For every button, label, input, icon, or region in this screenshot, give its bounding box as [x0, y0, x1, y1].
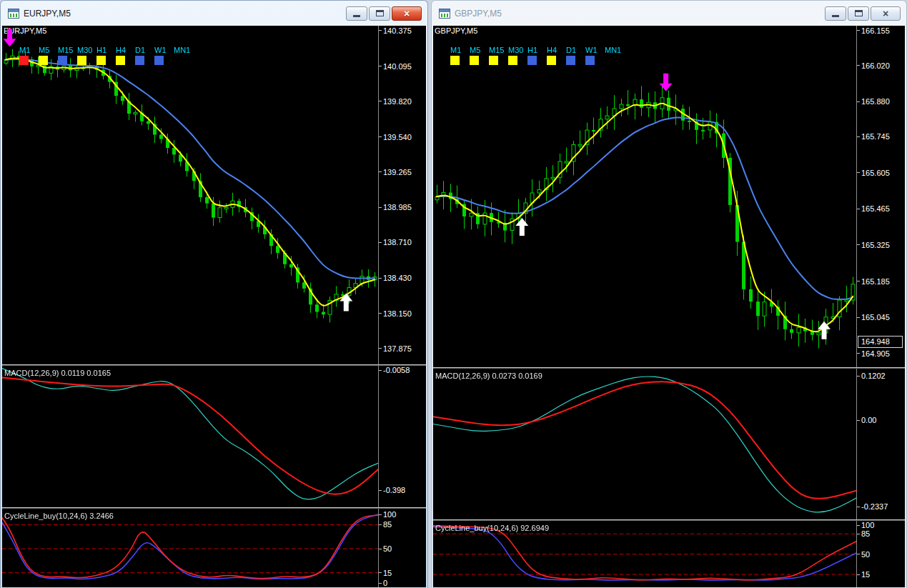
timeframe-status-square — [19, 56, 29, 65]
chart-window-icon[interactable] — [439, 9, 450, 19]
maximize-icon — [855, 10, 863, 16]
timeframe-label-MN1: MN1 — [174, 46, 190, 54]
pane-separator[interactable] — [2, 364, 426, 366]
axis-tick — [857, 172, 860, 173]
axis-tick — [379, 171, 382, 172]
chart-area[interactable]: GBPJPY,M5M1M5M15M30H1H4D1W1MN1166.155166… — [433, 26, 905, 587]
axis-tick — [379, 207, 382, 208]
axis-tick — [379, 524, 382, 525]
axis-tick — [857, 244, 860, 245]
scale-value-label: 140.375 — [383, 26, 412, 36]
axis-tick — [857, 209, 860, 209]
mdi-desktop: { "window_controls": { "close_glyph": "×… — [0, 0, 907, 588]
timeframe-label-H4: H4 — [547, 46, 557, 54]
close-button[interactable]: × — [871, 6, 901, 21]
timeframe-label-H4: H4 — [116, 46, 126, 54]
minimize-button[interactable] — [825, 6, 846, 21]
price-scale-divider — [856, 26, 857, 587]
price-scale-divider — [378, 26, 379, 587]
chart-window-eurjpy[interactable]: EURJPY,M5 × EURJPY,M5M1M5M15M30H1H4D1W1M… — [0, 0, 428, 588]
axis-tick — [857, 353, 860, 354]
axis-tick — [857, 420, 860, 421]
pane-separator[interactable] — [433, 367, 905, 369]
axis-tick — [379, 278, 382, 279]
axis-tick — [379, 66, 382, 66]
close-icon: × — [404, 9, 410, 19]
axis-tick — [857, 65, 860, 66]
scale-value-label: 165.880 — [861, 97, 890, 106]
axis-tick — [857, 554, 860, 554]
titlebar[interactable]: GBPJPY,M5 × — [433, 1, 905, 26]
timeframe-status-square — [154, 56, 164, 65]
timeframe-label-M5: M5 — [39, 46, 49, 54]
price-chart-canvas[interactable] — [433, 26, 856, 367]
scale-value-label: 165.045 — [861, 313, 890, 322]
scale-value-label: 138.985 — [383, 203, 412, 212]
macd-canvas[interactable] — [2, 367, 378, 507]
scale-value-label: 85 — [383, 520, 392, 529]
macd-canvas[interactable] — [433, 369, 856, 519]
scale-value-label: 15 — [861, 570, 870, 579]
current-price-box: 164.948 — [858, 336, 903, 348]
timeframe-label-W1: W1 — [154, 46, 167, 54]
scale-value-label: 85 — [861, 529, 870, 539]
close-button[interactable]: × — [392, 6, 422, 21]
axis-tick — [379, 583, 382, 584]
scale-value-label: 15 — [383, 569, 392, 578]
maximize-icon — [376, 10, 384, 16]
titlebar[interactable]: EURJPY,M5 × — [2, 1, 426, 26]
axis-tick — [379, 348, 382, 349]
cycleline-label: CycleLine_buy(10,24,6) 92.6949 — [435, 524, 549, 532]
scale-value-label: 0.1202 — [861, 372, 886, 381]
axis-tick — [857, 281, 860, 281]
pane-separator[interactable] — [2, 507, 426, 509]
timeframe-status-square — [566, 56, 575, 65]
scale-value-label: 0.00 — [861, 416, 876, 425]
minimize-icon — [832, 15, 839, 17]
window-title: EURJPY,M5 — [24, 9, 346, 19]
window-title: GBPJPY,M5 — [455, 9, 825, 19]
macd-label: MACD(12,26,9) 0.0119 0.0165 — [4, 369, 111, 377]
scale-value-label: 165.605 — [861, 169, 890, 178]
timeframe-status-square — [547, 56, 556, 65]
scale-value-label: 165.745 — [861, 132, 890, 141]
maximize-button[interactable] — [848, 6, 869, 21]
axis-tick — [379, 136, 382, 137]
scale-value-label: 166.020 — [861, 61, 890, 71]
timeframe-status-square — [58, 56, 67, 65]
close-icon: × — [883, 9, 888, 19]
scale-value-label: -0.0058 — [383, 366, 410, 375]
maximize-button[interactable] — [369, 6, 390, 21]
scale-value-label: -0.398 — [383, 486, 405, 495]
minimize-button[interactable] — [346, 6, 367, 21]
timeframe-label-D1: D1 — [566, 46, 576, 54]
axis-tick — [379, 242, 382, 243]
timeframe-label-MN1: MN1 — [605, 46, 621, 54]
axis-tick — [379, 514, 382, 515]
cycleline-canvas[interactable] — [2, 509, 378, 587]
chart-window-icon[interactable] — [8, 9, 19, 19]
scale-value-label: 165.465 — [861, 204, 890, 214]
axis-tick — [857, 574, 860, 575]
chart-area[interactable]: EURJPY,M5M1M5M15M30H1H4D1W1MN1140.375140… — [2, 26, 426, 587]
timeframe-status-square — [77, 56, 86, 65]
axis-tick — [857, 525, 860, 526]
pane-separator[interactable] — [433, 519, 905, 521]
axis-tick — [379, 313, 382, 314]
scale-value-label: 139.540 — [383, 133, 412, 142]
window-controls: × — [346, 6, 422, 21]
timeframe-label-M30: M30 — [77, 46, 92, 54]
scale-value-label: 0 — [383, 579, 387, 587]
scale-value-label: 138.710 — [383, 238, 412, 247]
price-chart-canvas[interactable] — [2, 26, 378, 364]
scale-value-label: 100 — [383, 510, 396, 519]
chart-window-gbpjpy[interactable]: GBPJPY,M5 × GBPJPY,M5M1M5M15M30H1H4D1W1M… — [431, 0, 907, 588]
timeframe-status-square — [450, 56, 460, 65]
timeframe-label-M1: M1 — [19, 46, 30, 54]
scale-value-label: 166.155 — [861, 26, 890, 36]
scale-value-label: 165.185 — [861, 277, 890, 286]
scale-value-label: -0.2337 — [861, 502, 888, 512]
timeframe-status-square — [135, 56, 144, 65]
cycleline-label: CycleLine_buy(10,24,6) 3.2466 — [4, 512, 114, 520]
timeframe-status-square — [508, 56, 517, 65]
